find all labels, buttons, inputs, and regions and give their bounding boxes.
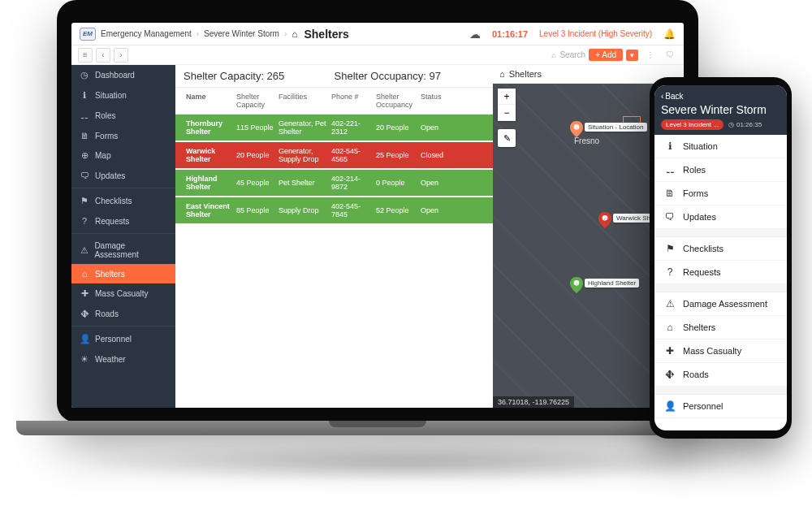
sidebar-item-situation[interactable]: ℹSituation — [71, 85, 175, 106]
map-draw-button[interactable]: ✎ — [498, 129, 516, 147]
sidebar-item-label: Roads — [95, 309, 119, 318]
checklists-icon: ⚑ — [80, 196, 89, 206]
situation-icon: ℹ — [80, 90, 89, 101]
phone-back-button[interactable]: ‹Back — [661, 92, 780, 101]
sidebar-item-personnel[interactable]: 👤Personnel — [71, 329, 175, 349]
weather-icon: ☀ — [80, 354, 89, 365]
sidebar-item-dashboard[interactable]: ◷Dashboard — [71, 65, 175, 85]
phone-item-mass-casualty[interactable]: ✚Mass Casualty — [654, 339, 787, 363]
phone-frame: ‹Back Severe Winter Storm Level 3 Incide… — [650, 77, 792, 439]
incident-level-pill: Level 3 Incident ... — [661, 119, 723, 130]
more-menu-button[interactable]: ⋮ — [641, 50, 659, 59]
breadcrumb-incident[interactable]: Severe Winter Storm — [204, 29, 279, 38]
map-pin-label: Situation - Location — [585, 123, 647, 132]
nav-prev-button[interactable]: ‹ — [96, 48, 110, 63]
nav-next-button[interactable]: › — [114, 48, 128, 63]
phone-item-shelters[interactable]: ⌂Shelters — [654, 316, 787, 339]
search-icon: ⌕ — [551, 50, 556, 59]
sidebar-separator — [71, 326, 175, 327]
search-button[interactable]: ⌕Search — [551, 50, 585, 59]
sidebar-item-label: Requests — [95, 217, 129, 226]
sidebar-item-label: Weather — [95, 355, 126, 364]
sidebar-item-requests[interactable]: ?Requests — [71, 211, 175, 231]
sidebar-item-damage-assessment[interactable]: ⚠Damage Assessment — [71, 236, 175, 264]
phone-screen: ‹Back Severe Winter Storm Level 3 Incide… — [654, 85, 787, 430]
phone-timer: ◷01:26:35 — [728, 121, 762, 128]
sidebar-item-shelters[interactable]: ⌂Shelters — [71, 264, 175, 283]
capacity-stat: Shelter Capacity: 265 — [184, 70, 335, 82]
chat-icon[interactable]: 🗨 — [663, 50, 677, 59]
chevron-right-icon: › — [197, 29, 199, 38]
phone-item-forms[interactable]: 🗎Forms — [654, 182, 787, 205]
map-title: Shelters — [509, 69, 542, 79]
personnel-icon: 👤 — [80, 334, 89, 344]
map-pin-label: Highland Shelter — [585, 279, 639, 288]
phone-item-personnel[interactable]: 👤Personnel — [654, 395, 787, 418]
sidebar-item-forms[interactable]: 🗎Forms — [71, 126, 175, 145]
phone-item-requests[interactable]: ?Requests — [654, 261, 787, 284]
map-icon: ⊕ — [80, 150, 89, 161]
roles-icon: ⚋ — [80, 110, 89, 121]
phone-item-label: Personnel — [683, 401, 723, 411]
phone-item-roads[interactable]: ⛖Roads — [654, 363, 787, 387]
bell-icon[interactable]: 🔔 — [663, 28, 676, 40]
breadcrumb-root[interactable]: Emergency Management — [101, 29, 192, 38]
map-pin[interactable]: ⌂Warwick Shelter — [598, 212, 611, 228]
map-pin[interactable]: ⌂Highland Shelter — [570, 277, 583, 293]
mass-casualty-icon: ✚ — [80, 288, 89, 299]
sidebar-item-label: Dashboard — [95, 71, 135, 80]
map-pin[interactable]: ⌂Situation - Location — [570, 121, 583, 137]
table-row[interactable]: East Vincent Shelter85 PeopleSupply Drop… — [175, 197, 493, 223]
app-logo: EM — [80, 28, 96, 41]
sidebar-item-label: Damage Assessment — [94, 241, 167, 259]
checklists-icon: ⚑ — [664, 243, 676, 254]
zoom-in-button[interactable]: + — [498, 89, 516, 105]
requests-icon: ? — [80, 216, 89, 226]
phone-item-label: Forms — [683, 188, 708, 198]
sidebar-separator — [71, 233, 175, 234]
incident-level-label: Level 3 Incident (High Severity) — [539, 29, 652, 38]
add-dropdown-button[interactable]: ▾ — [626, 50, 638, 61]
sidebar-item-map[interactable]: ⊕Map — [71, 145, 175, 166]
main-layout: ◷DashboardℹSituation⚋Roles🗎Forms⊕Map🗨Upd… — [71, 65, 684, 408]
phone-item-label: Situation — [683, 141, 718, 151]
phone-item-checklists[interactable]: ⚑Checklists — [654, 237, 787, 261]
sidebar-item-label: Shelters — [95, 270, 125, 279]
menu-toggle-button[interactable]: ≡ — [78, 48, 93, 63]
svg-text:⌂: ⌂ — [603, 216, 606, 221]
home-icon: ⌂ — [499, 69, 505, 79]
phone-item-damage-assessment[interactable]: ⚠Damage Assessment — [654, 292, 787, 316]
breadcrumb-page: Shelters — [304, 28, 348, 41]
sidebar-item-roles[interactable]: ⚋Roles — [71, 106, 175, 126]
shelter-table-pane: Shelter Capacity: 265 Shelter Occupancy:… — [175, 65, 493, 408]
clock-icon: ◷ — [728, 121, 734, 128]
table-row[interactable]: Warwick Shelter20 PeopleGenerator, Suppl… — [175, 142, 493, 168]
personnel-icon: 👤 — [664, 400, 676, 412]
situation-icon: ℹ — [664, 141, 676, 152]
device-shadow — [73, 443, 747, 483]
sidebar-item-label: Situation — [95, 91, 127, 100]
sidebar-item-weather[interactable]: ☀Weather — [71, 349, 175, 370]
sidebar-item-checklists[interactable]: ⚑Checklists — [71, 191, 175, 211]
sidebar-item-label: Updates — [95, 171, 125, 180]
updates-icon: 🗨 — [80, 171, 89, 180]
damage-assessment-icon: ⚠ — [664, 298, 676, 309]
table-row[interactable]: Thornbury Shelter115 PeopleGenerator, Pe… — [175, 115, 493, 141]
requests-icon: ? — [664, 266, 676, 278]
zoom-out-button[interactable]: − — [498, 105, 516, 121]
sidebar-item-mass-casualty[interactable]: ✚Mass Casualty — [71, 283, 175, 304]
phone-item-situation[interactable]: ℹSituation — [654, 135, 787, 158]
roads-icon: ⛖ — [80, 309, 89, 318]
phone-title: Severe Winter Storm — [661, 103, 780, 116]
toolbar: ≡ ‹ › ⌕Search + Add ▾ ⋮ 🗨 — [71, 45, 684, 65]
sidebar-item-updates[interactable]: 🗨Updates — [71, 166, 175, 185]
roles-icon: ⚋ — [664, 164, 676, 175]
weather-icon[interactable]: ☁ — [469, 28, 481, 41]
phone-item-updates[interactable]: 🗨Updates — [654, 205, 787, 229]
add-button[interactable]: + Add — [589, 49, 623, 61]
phone-item-roles[interactable]: ⚋Roles — [654, 158, 787, 182]
svg-text:⌂: ⌂ — [575, 281, 577, 286]
forms-icon: 🗎 — [80, 131, 89, 141]
table-row[interactable]: Highland Shelter45 PeoplePet Shelter402-… — [175, 170, 493, 196]
sidebar-item-roads[interactable]: ⛖Roads — [71, 304, 175, 323]
